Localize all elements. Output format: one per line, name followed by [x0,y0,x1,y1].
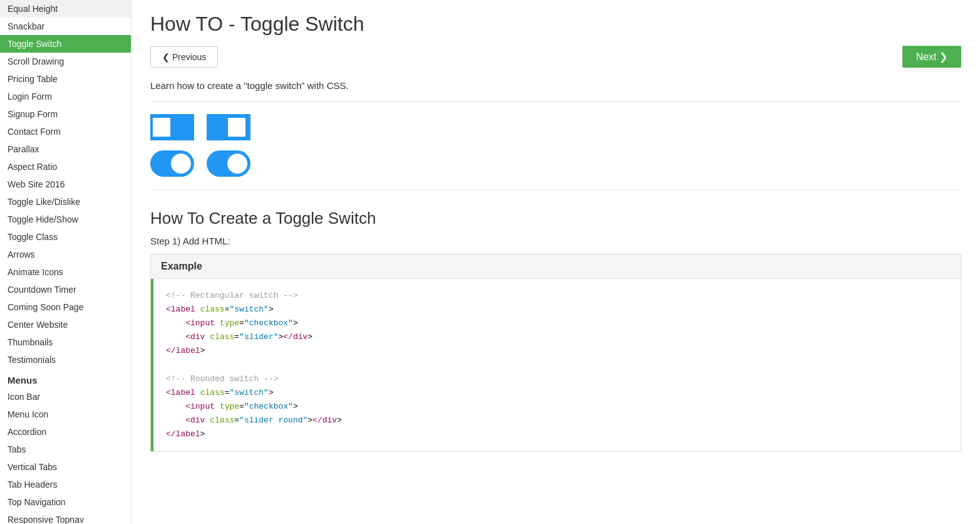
sidebar-item-responsive-topnav[interactable]: Responsive Topnav [0,511,131,524]
sidebar-item-toggle-switch[interactable]: Toggle Switch [0,35,131,53]
section-title: How To Create a Toggle Switch [150,209,961,228]
sidebar-item-parallax[interactable]: Parallax [0,140,131,158]
sidebar-item-arrows[interactable]: Arrows [0,246,131,263]
prev-button[interactable]: ❮ Previous [150,46,218,68]
sidebar-item-menu-icon[interactable]: Menu Icon [0,406,131,423]
sidebar-item-center-website[interactable]: Center Website [0,316,131,333]
toggle-rect-on[interactable] [207,114,250,140]
sidebar-item-snackbar[interactable]: Snackbar [0,18,131,35]
sidebar-item-vertical-tabs[interactable]: Vertical Tabs [0,458,131,476]
nav-buttons: ❮ Previous Next ❯ [150,46,961,68]
sidebar-item-icon-bar[interactable]: Icon Bar [0,388,131,406]
sidebar-item-toggle-like/dislike[interactable]: Toggle Like/Dislike [0,193,131,211]
toggle-row-round [150,150,961,177]
sidebar-item-testimonials[interactable]: Testimonials [0,351,131,369]
sidebar-item-contact-form[interactable]: Contact Form [0,123,131,140]
sidebar-item-coming-soon-page[interactable]: Coming Soon Page [0,298,131,316]
sidebar-item-login-form[interactable]: Login Form [0,88,131,105]
sidebar-item-tab-headers[interactable]: Tab Headers [0,476,131,493]
toggle-demos [150,114,961,190]
toggle-rect-off[interactable] [150,114,194,140]
sidebar-item-scroll-drawing[interactable]: Scroll Drawing [0,53,131,70]
sidebar-item-countdown-timer[interactable]: Countdown Timer [0,281,131,298]
description-text: Learn how to create a "toggle switch" wi… [150,80,961,102]
sidebar-item-web-site-2016[interactable]: Web Site 2016 [0,176,131,193]
main-content: How TO - Toggle Switch ❮ Previous Next ❯… [132,0,980,524]
sidebar-item-thumbnails[interactable]: Thumbnails [0,333,131,351]
sidebar-item-accordion[interactable]: Accordion [0,423,131,441]
example-header: Example [151,254,961,279]
next-button[interactable]: Next ❯ [902,46,961,68]
sidebar-item-top-navigation[interactable]: Top Navigation [0,493,131,511]
toggle-row-rect [150,114,961,140]
sidebar-item-signup-form[interactable]: Signup Form [0,105,131,123]
menus-section-label: Menus [0,369,131,388]
toggle-round-on2[interactable] [207,150,250,177]
sidebar-item-equal-height[interactable]: Equal Height [0,0,131,18]
sidebar-item-toggle-hide/show[interactable]: Toggle Hide/Show [0,211,131,228]
sidebar-item-animate-icons[interactable]: Animate Icons [0,263,131,281]
toggle-round-on1[interactable] [150,150,194,177]
sidebar-item-tabs[interactable]: Tabs [0,441,131,458]
step-label: Step 1) Add HTML: [150,236,961,246]
sidebar-item-toggle-class[interactable]: Toggle Class [0,228,131,246]
sidebar-item-pricing-table[interactable]: Pricing Table [0,70,131,88]
page-title: How TO - Toggle Switch [150,13,961,36]
example-box: Example <!-- Rectangular switch --> <lab… [150,254,961,452]
sidebar-item-aspect-ratio[interactable]: Aspect Ratio [0,158,131,176]
code-area: <!-- Rectangular switch --> <label class… [151,279,961,451]
sidebar: Equal HeightSnackbarToggle SwitchScroll … [0,0,132,524]
